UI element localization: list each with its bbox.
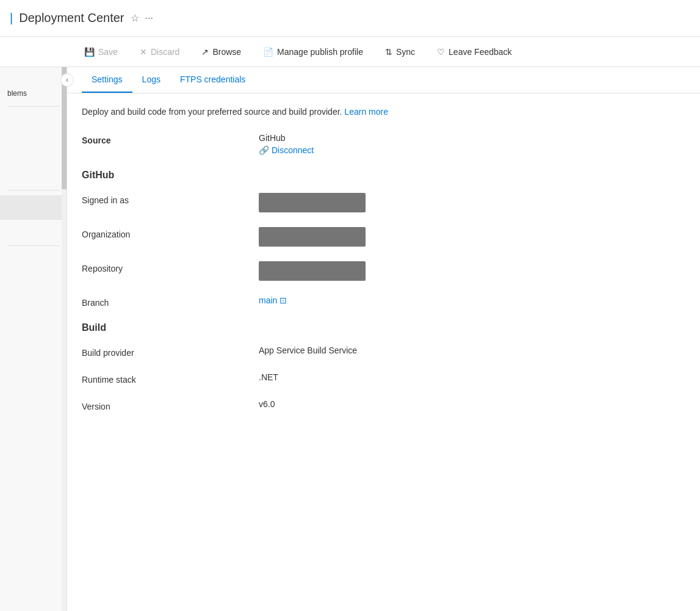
branch-value-container: main ⊡: [259, 295, 287, 305]
tabs-container: Settings Logs FTPS credentials: [67, 67, 700, 93]
source-row: Source GitHub 🔗 Disconnect: [82, 133, 685, 155]
organization-row: Organization: [82, 227, 685, 247]
title-pipe: |: [10, 11, 13, 25]
signed-in-redacted: [259, 193, 366, 212]
sidebar-divider-2: [7, 190, 59, 190]
build-section-header: Build: [82, 322, 685, 333]
branch-value: main: [259, 295, 277, 305]
version-label: Version: [82, 399, 259, 411]
sync-icon: ⇅: [385, 47, 392, 57]
sidebar-problems-text: blems: [0, 85, 67, 101]
sidebar-divider-1: [7, 106, 59, 107]
sidebar-collapse-button[interactable]: ‹: [60, 73, 74, 87]
toolbar: 💾 Save ✕ Discard ↗ Browse 📄 Manage publi…: [0, 37, 700, 67]
runtime-stack-row: Runtime stack .NET: [82, 372, 685, 385]
leave-feedback-button[interactable]: ♡ Leave Feedback: [432, 45, 517, 59]
runtime-stack-value: .NET: [259, 372, 278, 382]
sidebar-divider-3: [7, 245, 59, 246]
content-area: Settings Logs FTPS credentials Deploy an…: [67, 67, 700, 611]
browse-button[interactable]: ↗ Browse: [197, 45, 246, 59]
version-value: v6.0: [259, 399, 275, 409]
more-options-icon[interactable]: ···: [145, 13, 153, 24]
source-value-container: GitHub 🔗 Disconnect: [259, 133, 314, 155]
tab-settings[interactable]: Settings: [82, 67, 132, 93]
github-section-header: GitHub: [82, 170, 685, 181]
signed-in-row: Signed in as: [82, 193, 685, 212]
signed-in-label: Signed in as: [82, 193, 259, 205]
disconnect-icon: 🔗: [259, 145, 269, 155]
save-icon: 💾: [84, 47, 95, 57]
heart-icon: ♡: [437, 47, 445, 57]
scrollbar-track[interactable]: [62, 67, 67, 611]
page-title: Deployment Center: [19, 11, 124, 25]
browse-icon: ↗: [201, 47, 209, 57]
branch-label: Branch: [82, 295, 259, 308]
tab-ftps-credentials[interactable]: FTPS credentials: [170, 67, 255, 93]
manage-publish-icon: 📄: [263, 47, 273, 57]
sync-label: Sync: [396, 47, 415, 57]
repository-redacted: [259, 261, 366, 281]
sidebar: ‹ blems: [0, 67, 67, 611]
runtime-stack-label: Runtime stack: [82, 372, 259, 385]
organization-redacted: [259, 227, 366, 247]
organization-label: Organization: [82, 227, 259, 239]
source-value: GitHub: [259, 133, 314, 143]
settings-content: Deploy and build code from your preferre…: [67, 106, 700, 441]
signed-in-value: [259, 193, 366, 212]
repository-label: Repository: [82, 261, 259, 273]
branch-link[interactable]: main ⊡: [259, 295, 287, 305]
learn-more-link[interactable]: Learn more: [344, 107, 388, 117]
save-button[interactable]: 💾 Save: [79, 45, 123, 59]
leave-feedback-label: Leave Feedback: [449, 47, 512, 57]
header: | Deployment Center ☆ ···: [0, 0, 700, 37]
build-provider-label: Build provider: [82, 345, 259, 358]
save-label: Save: [98, 47, 118, 57]
tab-logs[interactable]: Logs: [132, 67, 170, 93]
sync-button[interactable]: ⇅ Sync: [380, 45, 420, 59]
version-row: Version v6.0: [82, 399, 685, 411]
main-layout: ‹ blems Settings Logs FTPS credentials: [0, 67, 700, 611]
discard-icon: ✕: [140, 47, 147, 57]
page-title-container: | Deployment Center ☆ ···: [10, 11, 153, 25]
disconnect-link[interactable]: 🔗 Disconnect: [259, 145, 314, 155]
discard-button[interactable]: ✕ Discard: [135, 45, 184, 59]
favorite-icon[interactable]: ☆: [131, 12, 139, 24]
organization-value: [259, 227, 366, 247]
branch-external-icon: ⊡: [280, 295, 287, 305]
branch-row: Branch main ⊡: [82, 295, 685, 308]
manage-publish-button[interactable]: 📄 Manage publish profile: [258, 45, 368, 59]
description-text: Deploy and build code from your preferre…: [82, 106, 685, 118]
source-label: Source: [82, 133, 259, 145]
browse-label: Browse: [212, 47, 241, 57]
repository-row: Repository: [82, 261, 685, 281]
build-provider-row: Build provider App Service Build Service: [82, 345, 685, 358]
manage-publish-label: Manage publish profile: [277, 47, 363, 57]
discard-label: Discard: [151, 47, 179, 57]
build-provider-value: App Service Build Service: [259, 345, 357, 355]
disconnect-label: Disconnect: [272, 145, 314, 155]
repository-value: [259, 261, 366, 281]
